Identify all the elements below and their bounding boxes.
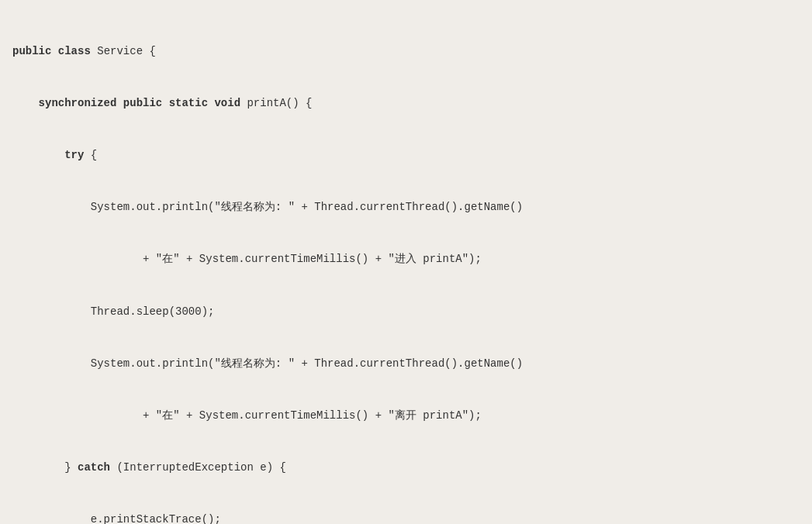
code-line-7: System.out.println("线程名称为: " + Thread.cu… xyxy=(12,355,800,372)
code-line-10: e.printStackTrace(); xyxy=(12,511,800,524)
code-line-1: public class Service { xyxy=(12,43,800,60)
code-line-2: synchronized public static void printA()… xyxy=(12,95,800,112)
code-line-4: System.out.println("线程名称为: " + Thread.cu… xyxy=(12,198,800,215)
keyword: catch xyxy=(78,461,110,474)
keyword: public class xyxy=(12,45,91,57)
code-line-5: + "在" + System.currentTimeMillis() + "进入… xyxy=(12,250,800,267)
code-line-6: Thread.sleep(3000); xyxy=(12,303,800,320)
keyword: try xyxy=(12,149,84,161)
keyword: synchronized public static void xyxy=(12,97,240,109)
code-block: public class Service { synchronized publ… xyxy=(12,8,800,524)
code-line-3: try { xyxy=(12,147,800,164)
code-line-8: + "在" + System.currentTimeMillis() + "离开… xyxy=(12,407,800,424)
code-line-9: } catch (InterruptedException e) { xyxy=(12,459,800,476)
